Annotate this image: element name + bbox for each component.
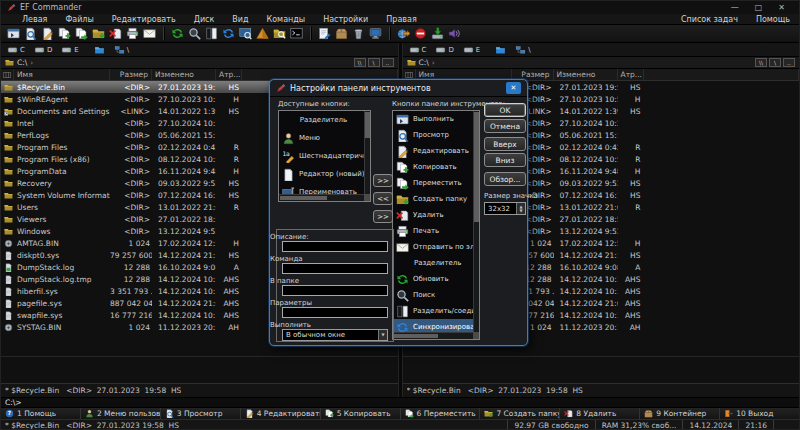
list-item[interactable]: Отправить по электронной почте [393,239,479,255]
drive-e-button[interactable]: E [58,44,81,56]
transfer-right-button[interactable]: >> [373,174,393,187]
dropdown-arrow-icon[interactable]: ▼ [378,330,387,340]
command-input[interactable] [282,263,388,274]
toolbar-sync-folders-button[interactable] [220,26,237,42]
toolbar-recycle-bin-button[interactable] [350,26,367,42]
list-item[interactable]: Просмотр [393,127,479,143]
backslash-button[interactable]: \ [769,58,781,67]
run-mode-select[interactable]: В обычном окне ▼ [282,329,388,341]
network-button[interactable]: \ [111,44,132,56]
toolbar-run-button[interactable] [5,26,22,42]
scrollbar-thumb[interactable] [394,334,438,338]
minimize-icon[interactable]: — [731,3,739,12]
menu-item-левая[interactable]: Левая [13,15,56,24]
maximize-icon[interactable]: □ [755,3,763,12]
columns-icon[interactable] [1,69,14,80]
toolbar-copy-files-button[interactable] [56,26,73,42]
fn-key-4-button[interactable]: 4 Редактировать [240,408,320,419]
dialog-close-button[interactable]: ✕ [506,82,521,94]
list-item[interactable]: Разделить/соединить [393,303,479,319]
transfer-left-button[interactable]: << [373,192,393,205]
toolbar-ftp-disconnect-button[interactable] [412,26,429,42]
column-attr[interactable]: Атр... [618,69,644,80]
transfer-right-2-button[interactable]: >> [373,210,393,223]
folder-blue-button[interactable] [91,44,108,56]
drive-e-button[interactable]: E [460,44,483,56]
path-bar-right[interactable]: C:\›\\\.. [403,57,800,69]
fn-key-8-button[interactable]: 8 Удалить [559,408,639,419]
spinner-icon[interactable]: ▲▼ [516,203,525,214]
scrollbar-thumb[interactable] [280,196,327,200]
fn-key-5-button[interactable]: 5 Копировать [320,408,400,419]
column-modified[interactable]: Изменено [554,69,618,80]
column-modified[interactable]: Изменено [152,69,216,80]
backslash-button[interactable]: \ [368,58,380,67]
list-item[interactable]: 1aШестнадцатеричный редактор [279,147,370,165]
menu-item-диск[interactable]: Диск [185,15,224,24]
move-up-button[interactable]: Вверх [484,137,526,151]
toolbar-search-button[interactable] [186,26,203,42]
parent-dir-button[interactable]: .. [783,58,795,67]
toolbar-find-in-folder-button[interactable] [271,26,288,42]
browse-button[interactable]: Обзор... [484,172,526,186]
toolbar-terminal-button[interactable] [288,26,305,42]
root-button[interactable]: \\ [755,58,767,67]
fn-key-1-button[interactable]: ?1 Помощь [1,408,80,419]
command-line[interactable]: C:\> [1,397,799,407]
horizontal-scrollbar[interactable] [393,332,473,339]
toolbar-view-file-button[interactable] [22,26,39,42]
list-item[interactable]: Обновить [393,271,479,287]
list-item[interactable]: Редактор (новый) [279,165,370,183]
parameters-input[interactable] [282,307,388,318]
menu-item-файлы[interactable]: Файлы [56,15,102,24]
fn-key-10-button[interactable]: 10 Выход [719,408,799,419]
list-item[interactable]: Переместить [393,175,479,191]
list-item[interactable]: Разделитель [279,111,370,129]
close-icon[interactable]: ✕ [778,3,785,12]
menu-item-команды[interactable]: Команды [258,15,315,24]
list-item[interactable]: Поиск [393,287,479,303]
list-item[interactable]: Создать папку [393,191,479,207]
list-item[interactable]: Разделитель [393,255,479,271]
toolbar-notepad-edit-button[interactable] [316,26,333,42]
toolbar-pack-box-button[interactable] [333,26,350,42]
toolbar-download-button[interactable] [429,26,446,42]
scrollbar-thumb[interactable] [474,112,479,222]
parent-dir-button[interactable]: .. [382,58,394,67]
menu-item-правая[interactable]: Правая [377,15,425,24]
menu-item-редактировать[interactable]: Редактировать [103,15,185,24]
toolbar-pack-button[interactable] [254,26,271,42]
list-item[interactable]: Редактировать [393,143,479,159]
menu-item-настройки[interactable]: Настройки [314,15,377,24]
path-bar-left[interactable]: C:\›\\\.. [1,57,398,69]
icon-size-select[interactable]: 32x32 ▲▼ [484,202,526,215]
vertical-scrollbar[interactable] [473,111,479,339]
fn-key-9-button[interactable]: 9 Контейнер [639,408,719,419]
toolbar-monitor-button[interactable] [367,26,384,42]
column-name[interactable]: Имя [14,69,110,80]
list-item[interactable]: Копировать [393,159,479,175]
fn-key-7-button[interactable]: 7 Создать папку [479,408,559,419]
fn-key-2-button[interactable]: 2 Меню пользователя [80,408,160,419]
toolbar-sound-button[interactable] [446,26,463,42]
menu-item-список задач[interactable]: Список задач [672,15,747,24]
root-button[interactable]: \\ [354,58,366,67]
toolbar-delete-file-button[interactable] [107,26,124,42]
fn-key-3-button[interactable]: 3 Просмотр [160,408,240,419]
network-button[interactable]: \ [512,44,533,56]
available-buttons-list[interactable]: РазделительМеню1aШестнадцатеричный редак… [278,110,371,202]
cancel-button[interactable]: Отмена [484,119,526,133]
drive-d-button[interactable]: D [432,44,456,56]
list-item[interactable]: Удалить [393,207,479,223]
toolbar-buttons-list[interactable]: ВыполнитьПросмотрРедактироватьКопировать… [392,110,480,340]
drive-d-button[interactable]: D [31,44,55,56]
list-item[interactable]: Печать [393,223,479,239]
column-attr[interactable]: Атр... [216,69,242,80]
in-folder-input[interactable] [282,285,388,296]
drive-c-button[interactable]: C [406,44,430,56]
toolbar-refresh-button[interactable] [169,26,186,42]
menu-item-помощь[interactable]: Помощь [747,15,799,24]
fn-key-6-button[interactable]: 6 Переместить [400,408,480,419]
toolbar-move-files-button[interactable] [73,26,90,42]
list-item[interactable]: Выполнить [393,111,479,127]
